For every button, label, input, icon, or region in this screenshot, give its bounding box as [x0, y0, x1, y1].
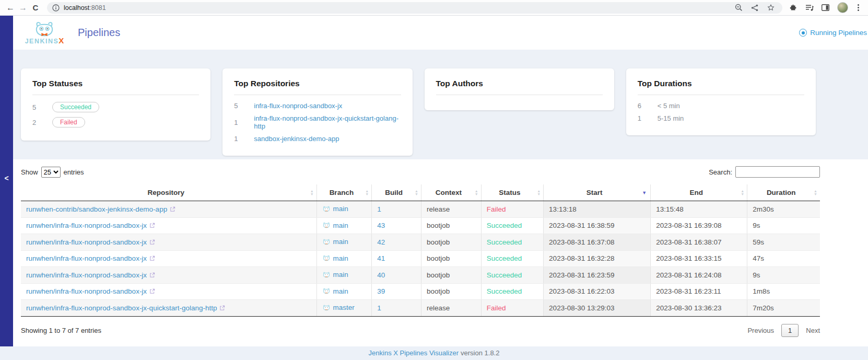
- summary-card: Top Authors: [425, 68, 614, 110]
- sort-both-icon: ▲▼: [310, 190, 314, 196]
- back-icon[interactable]: ←: [4, 3, 17, 13]
- app-footer: Jenkins X Pipelines Visualizerversion 1.…: [0, 346, 868, 360]
- sidebar-collapse-button[interactable]: <: [0, 174, 13, 182]
- page-title: Pipelines: [78, 27, 120, 39]
- start-cell: 13:13:18: [544, 201, 651, 218]
- site-info-icon[interactable]: [52, 4, 60, 11]
- pipeline-row[interactable]: runwhen/infra-flux-nonprod-sandbox-jx ma…: [21, 234, 820, 251]
- column-header-duration[interactable]: Duration▲▼: [747, 184, 820, 201]
- repository-link[interactable]: runwhen/infra-flux-nonprod-sandbox-jx: [26, 238, 155, 246]
- repository-link[interactable]: runwhen-contrib/sandbox-jenkinsx-demo-ap…: [26, 205, 175, 213]
- column-header-context[interactable]: Context▲▼: [421, 184, 482, 201]
- column-header-repository[interactable]: Repository▲▼: [21, 184, 316, 201]
- card-item: 5infra-flux-nonprod-sandbox-jx: [234, 102, 401, 110]
- profile-avatar[interactable]: [837, 2, 848, 13]
- build-link[interactable]: 40: [377, 271, 385, 279]
- context-cell: release: [421, 300, 482, 317]
- build-link[interactable]: 42: [377, 238, 385, 246]
- column-label: Repository: [148, 189, 185, 196]
- build-link[interactable]: 1: [377, 205, 381, 213]
- duration-cell: 59s: [747, 234, 820, 251]
- status-cell: Succeeded: [481, 250, 543, 267]
- external-link-icon: [219, 305, 225, 311]
- build-link[interactable]: 43: [377, 222, 385, 229]
- branch-link[interactable]: main: [333, 271, 348, 278]
- context-cell: bootjob: [421, 267, 482, 284]
- sort-desc-icon: ▼: [642, 190, 647, 195]
- pipeline-row[interactable]: runwhen/infra-flux-nonprod-sandbox-jx ma…: [21, 250, 820, 267]
- jx-branch-icon: [322, 305, 331, 311]
- pipeline-row[interactable]: runwhen-contrib/sandbox-jenkinsx-demo-ap…: [21, 201, 820, 218]
- branch-link[interactable]: master: [333, 304, 355, 311]
- start-cell: 2023-08-31 16:38:59: [544, 217, 651, 234]
- column-header-branch[interactable]: Branch▲▼: [316, 184, 372, 201]
- reload-icon[interactable]: C: [29, 3, 42, 12]
- previous-page-button[interactable]: Previous: [747, 327, 774, 334]
- item-count: 6: [638, 102, 644, 110]
- table-header: Repository▲▼Branch▲▼Build▲▼Context▲▼Stat…: [21, 184, 820, 201]
- card-item: 5Succeeded: [32, 102, 199, 112]
- page-size-select[interactable]: 25: [41, 167, 61, 178]
- column-header-end[interactable]: End▲▼: [651, 184, 747, 201]
- reading-list-icon[interactable]: [805, 4, 814, 11]
- duration-cell: 1m8s: [747, 283, 820, 300]
- running-radio-icon: [799, 29, 807, 37]
- jenkins-x-logo[interactable]: JENKINSX: [20, 21, 68, 44]
- context-cell: release: [421, 201, 482, 218]
- repository-name: runwhen-contrib/sandbox-jenkinsx-demo-ap…: [26, 205, 167, 213]
- branch-link[interactable]: main: [333, 205, 348, 213]
- pipeline-row[interactable]: runwhen/infra-flux-nonprod-sandbox-jx ma…: [21, 267, 820, 284]
- jenkins-x-mascot-icon: [32, 21, 56, 38]
- pipeline-row[interactable]: runwhen/infra-flux-nonprod-sandbox-jx ma…: [21, 217, 820, 234]
- browser-toolbar: ← → C localhost:8081: [0, 0, 868, 16]
- jx-branch-icon: [322, 206, 331, 212]
- url-text[interactable]: localhost:8081: [64, 4, 735, 11]
- current-page-button[interactable]: 1: [781, 324, 799, 337]
- end-cell: 2023-08-30 13:36:23: [651, 300, 747, 317]
- repository-link[interactable]: infra-flux-nonprod-sandbox-jx-quickstart…: [254, 114, 401, 130]
- extensions-icon[interactable]: [790, 4, 797, 11]
- column-header-status[interactable]: Status▲▼: [481, 184, 543, 201]
- table-controls: Show25entries Search:: [21, 166, 820, 178]
- column-header-build[interactable]: Build▲▼: [372, 184, 421, 201]
- external-link-icon: [149, 223, 155, 228]
- pipeline-row[interactable]: runwhen/infra-flux-nonprod-sandbox-jx-qu…: [21, 300, 820, 317]
- duration-cell: 7m20s: [747, 300, 820, 317]
- build-link[interactable]: 1: [377, 304, 381, 312]
- url-bar[interactable]: localhost:8081: [47, 2, 782, 14]
- visualizer-link[interactable]: Jenkins X Pipelines Visualizer: [369, 349, 459, 357]
- card-list: 6< 5 min15-15 min: [638, 102, 804, 122]
- repository-link[interactable]: runwhen/infra-flux-nonprod-sandbox-jx: [26, 287, 155, 295]
- search-input[interactable]: [735, 166, 820, 178]
- running-pipelines-link[interactable]: Running Pipelines: [799, 29, 867, 37]
- share-icon[interactable]: [751, 4, 758, 11]
- branch-link[interactable]: main: [333, 222, 348, 229]
- forward-icon[interactable]: →: [17, 3, 29, 13]
- repository-link[interactable]: runwhen/infra-flux-nonprod-sandbox-jx: [26, 222, 155, 229]
- sort-both-icon: ▲▼: [475, 190, 478, 196]
- branch-link[interactable]: main: [333, 238, 348, 246]
- branch-link[interactable]: main: [333, 254, 348, 262]
- branch-link[interactable]: main: [333, 287, 348, 295]
- build-link[interactable]: 41: [377, 254, 385, 262]
- column-header-start[interactable]: Start▼: [544, 184, 651, 201]
- pipeline-row[interactable]: runwhen/infra-flux-nonprod-sandbox-jx ma…: [21, 283, 820, 300]
- card-item: 1infra-flux-nonprod-sandbox-jx-quickstar…: [234, 114, 401, 130]
- repository-name: runwhen/infra-flux-nonprod-sandbox-jx: [26, 271, 147, 279]
- item-count: 1: [638, 114, 644, 122]
- end-cell: 2023-08-31 16:24:08: [651, 267, 747, 284]
- item-count: 2: [32, 119, 39, 126]
- repository-link[interactable]: runwhen/infra-flux-nonprod-sandbox-jx-qu…: [26, 304, 225, 312]
- side-panel-icon[interactable]: [822, 4, 829, 11]
- repository-link[interactable]: infra-flux-nonprod-sandbox-jx: [254, 102, 342, 110]
- build-link[interactable]: 39: [377, 287, 385, 295]
- item-count: 1: [234, 119, 240, 126]
- repository-link[interactable]: runwhen/infra-flux-nonprod-sandbox-jx: [26, 271, 155, 279]
- repository-link[interactable]: sandbox-jenkinsx-demo-app: [254, 135, 339, 143]
- zoom-icon[interactable]: [735, 4, 743, 11]
- browser-menu-icon[interactable]: [856, 4, 861, 11]
- next-page-button[interactable]: Next: [806, 327, 820, 334]
- app-sidebar: <: [0, 16, 13, 346]
- bookmark-star-icon[interactable]: [767, 4, 775, 11]
- repository-link[interactable]: runwhen/infra-flux-nonprod-sandbox-jx: [26, 254, 155, 262]
